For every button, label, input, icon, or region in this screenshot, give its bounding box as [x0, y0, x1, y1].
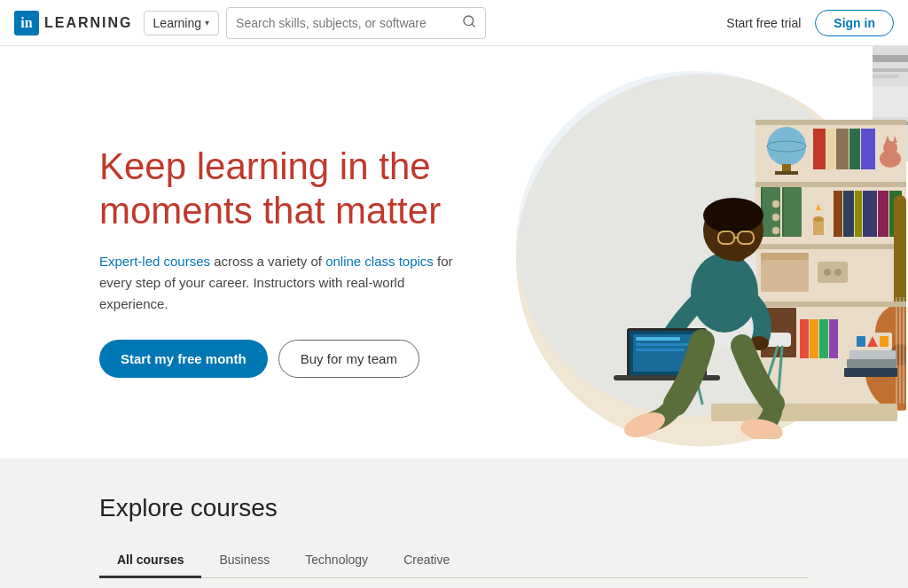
svg-rect-88	[873, 55, 908, 62]
dropdown-label: Learning	[153, 16, 202, 30]
hero-desc-middle: across a variety of	[214, 254, 325, 269]
logo-link[interactable]: in LEARNING	[14, 11, 133, 35]
svg-point-23	[772, 200, 779, 208]
svg-rect-37	[761, 253, 809, 260]
svg-rect-81	[636, 337, 680, 341]
svg-point-5	[767, 127, 806, 166]
svg-rect-53	[819, 319, 828, 358]
hero-illustration-svg	[498, 67, 906, 439]
svg-rect-51	[800, 319, 809, 358]
svg-point-25	[772, 227, 779, 234]
tab-creative[interactable]: Creative	[386, 544, 467, 578]
hero-content: Keep learning in the moments that matter…	[0, 46, 497, 459]
svg-rect-49	[755, 302, 906, 307]
svg-rect-32	[863, 191, 877, 237]
learning-dropdown[interactable]: Learning ▾	[144, 11, 220, 35]
explore-title: Explore courses	[99, 494, 809, 522]
svg-rect-33	[878, 191, 888, 237]
svg-point-39	[824, 269, 831, 276]
tab-all-courses[interactable]: All courses	[99, 544, 201, 578]
search-bar	[226, 7, 486, 39]
svg-rect-59	[857, 336, 865, 347]
svg-rect-38	[818, 262, 848, 283]
svg-rect-12	[849, 129, 860, 169]
header: in LEARNING Learning ▾ Start free trial …	[0, 0, 908, 46]
hero-description: Expert-led courses across a variety of o…	[99, 251, 454, 315]
buy-for-team-button[interactable]: Buy for my team	[278, 340, 419, 378]
hero-illustration	[497, 46, 908, 459]
svg-rect-21	[782, 187, 802, 237]
search-input[interactable]	[236, 16, 462, 30]
svg-point-27	[813, 216, 824, 222]
svg-rect-31	[855, 191, 862, 237]
online-class-topics-link[interactable]: online class topics	[325, 254, 434, 269]
svg-rect-82	[636, 343, 696, 346]
svg-rect-29	[834, 191, 842, 237]
search-icon	[462, 14, 476, 28]
tabs-nav: All courses Business Technology Creative	[99, 544, 809, 578]
start-free-month-button[interactable]: Start my free month	[99, 340, 268, 378]
trending-section: TRENDING COURSES	[0, 578, 908, 588]
svg-rect-7	[782, 164, 791, 171]
svg-point-71	[703, 198, 763, 233]
chevron-down-icon: ▾	[205, 18, 209, 27]
svg-point-24	[772, 214, 779, 221]
svg-rect-8	[775, 171, 798, 175]
svg-rect-62	[711, 404, 897, 421]
svg-point-15	[883, 141, 897, 155]
svg-rect-56	[847, 359, 896, 368]
hero-buttons: Start my free month Buy for my team	[99, 340, 454, 378]
sign-in-button[interactable]: Sign in	[815, 10, 894, 36]
svg-rect-13	[861, 129, 875, 169]
svg-rect-35	[755, 244, 906, 249]
search-button[interactable]	[462, 14, 476, 32]
svg-rect-83	[636, 349, 685, 351]
svg-rect-54	[829, 319, 838, 358]
logo-text: LEARNING	[44, 15, 133, 31]
tab-business[interactable]: Business	[201, 544, 287, 578]
svg-rect-30	[843, 191, 854, 237]
svg-rect-10	[826, 129, 835, 169]
svg-line-1	[472, 24, 474, 27]
linkedin-icon: in	[14, 11, 39, 35]
svg-point-40	[834, 269, 841, 276]
svg-rect-55	[844, 368, 897, 377]
svg-rect-22	[782, 187, 784, 237]
svg-rect-4	[755, 120, 906, 125]
explore-section: Explore courses All courses Business Tec…	[0, 459, 908, 578]
svg-point-75	[729, 247, 747, 262]
svg-rect-18	[755, 182, 906, 187]
hero-section: Keep learning in the moments that matter…	[0, 46, 908, 459]
svg-rect-61	[880, 336, 888, 347]
start-free-trial-link[interactable]: Start free trial	[726, 16, 801, 30]
svg-rect-9	[813, 129, 826, 169]
svg-rect-57	[849, 350, 896, 359]
expert-courses-link[interactable]: Expert-led courses	[99, 254, 210, 269]
svg-rect-52	[810, 319, 818, 358]
hero-title: Keep learning in the moments that matter	[99, 145, 454, 234]
tab-technology[interactable]: Technology	[287, 544, 386, 578]
svg-rect-11	[836, 129, 849, 169]
